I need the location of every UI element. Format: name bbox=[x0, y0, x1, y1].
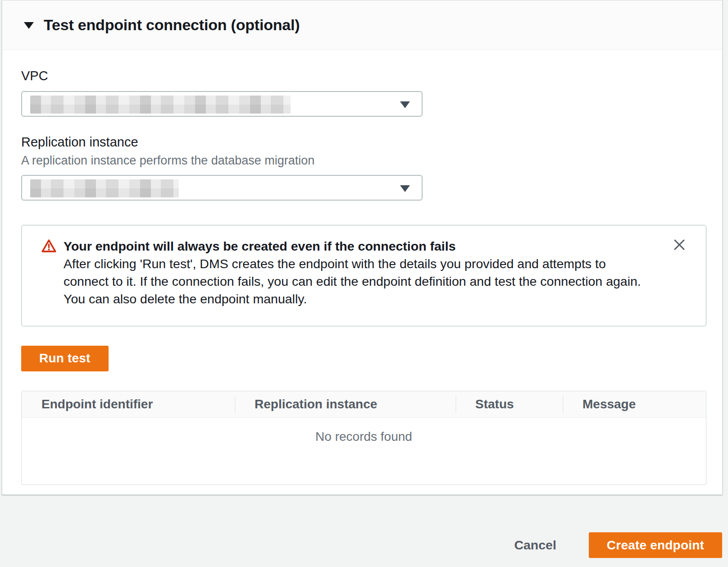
column-header-status: Status bbox=[455, 391, 563, 417]
dropdown-caret-icon bbox=[400, 101, 410, 108]
endpoint-warning-alert: Your endpoint will always be created eve… bbox=[21, 225, 706, 326]
table-header-row: Endpoint identifier Replication instance… bbox=[22, 391, 706, 418]
column-header-message: Message bbox=[563, 391, 706, 417]
alert-body-text: After clicking 'Run test', DMS creates t… bbox=[64, 255, 652, 308]
column-header-replication-instance: Replication instance bbox=[235, 391, 455, 417]
create-endpoint-button[interactable]: Create endpoint bbox=[589, 532, 722, 558]
panel-title: Test endpoint connection (optional) bbox=[44, 16, 300, 34]
vpc-redacted-value bbox=[30, 96, 291, 114]
column-header-endpoint-identifier: Endpoint identifier bbox=[22, 391, 235, 417]
panel-header[interactable]: Test endpoint connection (optional) bbox=[2, 0, 722, 50]
dropdown-caret-icon bbox=[400, 185, 410, 192]
panel-body: VPC Replication instance A replication i… bbox=[2, 50, 722, 485]
replication-instance-label: Replication instance bbox=[21, 134, 703, 150]
replication-instance-select[interactable] bbox=[21, 175, 423, 201]
close-icon[interactable] bbox=[672, 237, 687, 252]
vpc-field: VPC bbox=[21, 68, 703, 117]
replication-instance-field: Replication instance A replication insta… bbox=[21, 134, 703, 201]
alert-content: Your endpoint will always be created eve… bbox=[64, 238, 652, 308]
vpc-label: VPC bbox=[21, 68, 703, 84]
vpc-select[interactable] bbox=[21, 91, 423, 117]
alert-title: Your endpoint will always be created eve… bbox=[64, 238, 652, 255]
replication-instance-description: A replication instance performs the data… bbox=[21, 154, 703, 168]
warning-triangle-icon bbox=[41, 239, 56, 255]
empty-state-message: No records found bbox=[22, 418, 706, 485]
collapse-caret-icon bbox=[24, 22, 34, 29]
cancel-button[interactable]: Cancel bbox=[514, 538, 556, 553]
replication-instance-redacted-value bbox=[30, 179, 179, 197]
wizard-footer: Cancel Create endpoint bbox=[0, 495, 728, 567]
test-endpoint-connection-panel: Test endpoint connection (optional) VPC … bbox=[2, 0, 723, 495]
run-test-button[interactable]: Run test bbox=[21, 346, 109, 371]
test-results-table: Endpoint identifier Replication instance… bbox=[21, 391, 706, 485]
